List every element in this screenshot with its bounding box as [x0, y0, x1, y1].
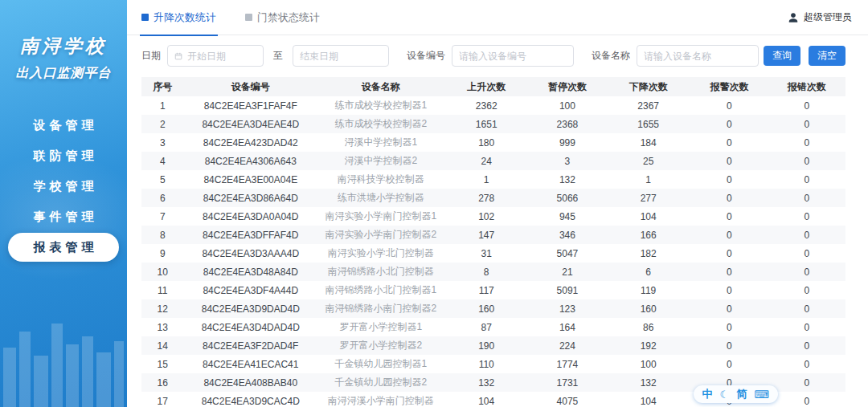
table-cell: 84C2E4EA3D9CAC4D — [184, 392, 317, 407]
app-window: 南浔学校 出入口监测平台 设备管理联防管理学校管理事件管理报表管理 升降次数统计… — [0, 0, 868, 407]
sidebar-item-2[interactable]: 学校管理 — [8, 172, 119, 201]
table-cell: 0 — [690, 299, 768, 318]
clear-button[interactable]: 清空 — [809, 46, 845, 66]
table-cell: 182 — [606, 244, 690, 263]
table-cell: 0 — [768, 226, 845, 244]
user-menu[interactable]: 超级管理员 — [788, 10, 852, 24]
tab-0[interactable]: 升降次数统计 — [141, 0, 216, 35]
app-title-line1: 南浔学校 — [0, 34, 127, 59]
sidebar-item-3[interactable]: 事件管理 — [8, 202, 119, 231]
table-cell: 100 — [529, 96, 606, 115]
table-cell: 123 — [529, 299, 606, 318]
table-cell: 84C2E4EA423DAD42 — [184, 133, 317, 152]
table-cell: 0 — [690, 281, 768, 299]
column-header: 设备名称 — [317, 77, 444, 96]
tab-label: 门禁状态统计 — [257, 10, 320, 25]
statistics-table: 序号设备编号设备名称上升次数暂停次数下降次数报警次数报错次数 184C2E4EA… — [141, 77, 845, 407]
table-cell: 南浔实验小学南门控制器2 — [317, 226, 444, 244]
table-cell: 0 — [768, 355, 845, 373]
table-cell: 1 — [141, 96, 184, 115]
table-cell: 10 — [141, 263, 184, 281]
table-cell: 0 — [768, 373, 845, 392]
moon-icon[interactable]: ☾ — [720, 389, 730, 401]
table-cell: 4075 — [529, 392, 606, 407]
table-cell: 0 — [690, 263, 768, 281]
table-cell: 21 — [529, 263, 606, 281]
table-cell: 132 — [444, 373, 529, 392]
table-cell: 练市成校学校控制器2 — [317, 115, 444, 133]
date-end-field[interactable] — [293, 45, 389, 67]
table-row: 1584C2E4EA41ECAC41千金镇幼儿园控制器1110177410000 — [141, 355, 845, 373]
table-cell: 4 — [141, 152, 184, 170]
table-cell: 224 — [529, 336, 606, 355]
table-cell: 6 — [141, 189, 184, 207]
sidebar-item-1[interactable]: 联防管理 — [8, 141, 119, 170]
ime-toolbar[interactable]: 中 ☾ 简 ⌨ — [694, 385, 778, 403]
device-code-field[interactable] — [452, 45, 574, 67]
user-icon — [788, 12, 799, 23]
table-cell: 0 — [768, 263, 845, 281]
table-cell: 0 — [768, 318, 845, 336]
date-start-input[interactable] — [187, 51, 256, 62]
table-cell: 147 — [444, 226, 529, 244]
table-cell: 南浔锦绣路小北门控制器1 — [317, 281, 444, 299]
table-cell: 0 — [690, 336, 768, 355]
table-cell: 1774 — [529, 355, 606, 373]
table-cell: 110 — [444, 355, 529, 373]
table-cell: 119 — [606, 281, 690, 299]
table-row: 1284C2E4EA3D9DAD4D南浔锦绣路小南门控制器21601231600… — [141, 299, 845, 318]
table-cell: 84C2E4EA3D4EAE4D — [184, 115, 317, 133]
sidebar-item-4[interactable]: 报表管理 — [8, 233, 119, 262]
table-cell: 浔溪中学控制器1 — [317, 133, 444, 152]
table-cell: 117 — [444, 281, 529, 299]
table-row: 384C2E4EA423DAD42浔溪中学控制器118099918400 — [141, 133, 845, 152]
table-row: 984C2E4EA3D3AAA4D南浔实验小学北门控制器31504718200 — [141, 244, 845, 263]
table-cell: 0 — [768, 207, 845, 226]
table-cell: 166 — [606, 226, 690, 244]
table-cell: 5091 — [529, 281, 606, 299]
table-cell: 0 — [768, 133, 845, 152]
device-name-label: 设备名称 — [592, 49, 630, 63]
search-button[interactable]: 查询 — [764, 46, 800, 66]
table-cell: 浔溪中学控制器2 — [317, 152, 444, 170]
table-cell: 192 — [606, 336, 690, 355]
date-separator: 至 — [273, 49, 283, 63]
device-name-field[interactable] — [637, 45, 759, 67]
table-cell: 0 — [690, 152, 768, 170]
device-code-input[interactable] — [459, 51, 567, 62]
tab-label: 升降次数统计 — [154, 10, 216, 25]
table-cell: 160 — [444, 299, 529, 318]
date-start-field[interactable] — [167, 45, 264, 67]
table-cell: 0 — [690, 318, 768, 336]
device-name-input[interactable] — [644, 51, 751, 62]
sidebar: 南浔学校 出入口监测平台 设备管理联防管理学校管理事件管理报表管理 — [0, 0, 127, 407]
table-cell: 84C2E4EA3DF4A44D — [184, 281, 317, 299]
table-cell: 132 — [529, 170, 606, 189]
table-row: 284C2E4EA3D4EAE4D练市成校学校控制器21651236816550… — [141, 115, 845, 133]
tab-1[interactable]: 门禁状态统计 — [245, 0, 320, 35]
city-skyline-decoration — [0, 303, 127, 407]
table-cell: 千金镇幼儿园控制器1 — [317, 355, 444, 373]
date-label: 日期 — [141, 49, 161, 63]
table-cell: 84C2E4EA408BAB40 — [184, 373, 317, 392]
table-cell: 104 — [444, 392, 529, 407]
table-cell: 0 — [690, 189, 768, 207]
table-cell: 0 — [690, 355, 768, 373]
table-cell: 0 — [768, 115, 845, 133]
table-cell: 86 — [606, 318, 690, 336]
table-cell: 0 — [690, 207, 768, 226]
table-cell: 南浔实验小学北门控制器 — [317, 244, 444, 263]
table-header-row: 序号设备编号设备名称上升次数暂停次数下降次数报警次数报错次数 — [141, 77, 845, 96]
table-cell: 104 — [606, 392, 690, 407]
sidebar-item-0[interactable]: 设备管理 — [8, 111, 119, 140]
date-end-input[interactable] — [300, 51, 382, 62]
ime-simplified-indicator[interactable]: 简 — [736, 387, 747, 401]
sidebar-menu: 设备管理联防管理学校管理事件管理报表管理 — [0, 111, 127, 262]
table-cell: 84C2E4EA3DA0A04D — [184, 207, 317, 226]
ime-lang-indicator[interactable]: 中 — [702, 387, 713, 401]
main-area: 升降次数统计门禁状态统计 超级管理员 日期 — [127, 0, 868, 407]
keyboard-icon[interactable]: ⌨ — [754, 389, 769, 401]
column-header: 上升次数 — [444, 77, 529, 96]
table-cell: 0 — [768, 170, 845, 189]
table-cell: 南浔锦绣路小北门控制器 — [317, 263, 444, 281]
